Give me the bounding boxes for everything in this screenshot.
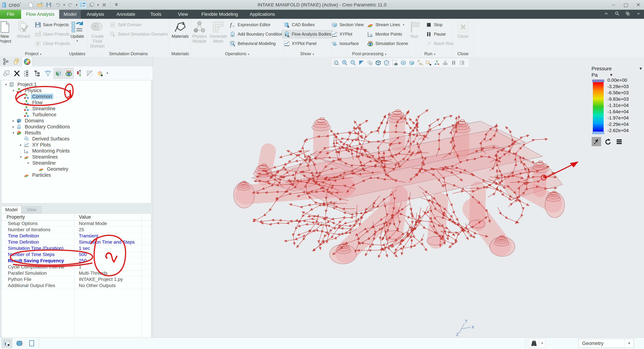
tree-expand-icon[interactable]: ▾ <box>18 155 24 159</box>
open-projects-button[interactable]: Open Projects <box>33 30 71 38</box>
select-simulation-domains-button[interactable]: Select Simulation Domains <box>108 30 169 38</box>
shading-button[interactable] <box>366 59 373 67</box>
pause-display-button[interactable] <box>450 59 457 67</box>
tree-item-geometry[interactable]: Geometry <box>2 166 151 172</box>
search-tool[interactable]: ▼ <box>529 338 546 348</box>
tree-columns-button[interactable] <box>33 68 42 79</box>
close-projects-button[interactable]: Close Projects <box>33 40 71 48</box>
tree-item-flow[interactable]: Flow <box>2 100 151 106</box>
chevron-down-icon[interactable]: ▼ <box>76 40 78 42</box>
tree-item-label[interactable]: Turbulence <box>31 112 58 117</box>
tree-item-project-1[interactable]: ▾Project 1 <box>2 81 151 87</box>
folders-tab[interactable] <box>12 57 22 67</box>
legend-unit-row[interactable]: Pa ▼ <box>592 72 644 78</box>
save-projects-button[interactable]: Save Projects <box>33 21 71 29</box>
property-value[interactable]: 1 <box>74 264 82 270</box>
tree-item-label[interactable]: Streamline <box>31 160 57 166</box>
tab-applications[interactable]: Applications <box>244 10 281 19</box>
perspective-button[interactable] <box>400 59 407 67</box>
show-item-button[interactable] <box>2 68 11 79</box>
customize-toolbar-icon[interactable] <box>113 1 120 9</box>
flow-analysis-bodies-button[interactable]: Flow Analysis Bodies <box>282 30 332 38</box>
property-row-number-of-iterations[interactable]: Number of Iterations25 <box>2 227 151 233</box>
tree-item-domains[interactable]: ▸Domains <box>2 118 151 124</box>
tree-item-results[interactable]: ▾Results <box>2 130 151 136</box>
new-window-button[interactable] <box>26 339 37 348</box>
xyplot-panel-button[interactable]: XYPlot Panel <box>282 40 332 48</box>
materials-button[interactable]: Materials <box>171 20 190 39</box>
property-value[interactable]: Simulation Time and Steps <box>74 239 135 245</box>
tree-item-label[interactable]: Particles <box>31 172 52 178</box>
tab-file[interactable]: File <box>0 10 21 19</box>
chevron-down-icon[interactable]: ▼ <box>40 53 42 56</box>
spin-center-button[interactable] <box>442 59 448 67</box>
color-scale-bar[interactable] <box>593 80 604 134</box>
chevron-down-icon[interactable]: ▼ <box>639 67 642 71</box>
repaint-button[interactable] <box>358 59 365 67</box>
property-row-result-saving-frequency[interactable]: Result Saving Frequency250 <box>2 258 151 264</box>
new-project-button[interactable]: New Project <box>0 20 14 44</box>
maximize-icon[interactable]: ▢ <box>622 2 629 8</box>
property-value[interactable]: 500 <box>74 252 87 257</box>
simulation-scene-button[interactable]: Simulation Scene <box>366 40 410 48</box>
chevron-down-icon[interactable]: ▼ <box>539 339 545 348</box>
behavioral-modeling-button[interactable]: Behavioral Modeling <box>228 40 284 48</box>
open-file-icon[interactable] <box>36 1 44 9</box>
run-button[interactable]: Run <box>405 20 424 39</box>
tab-flexible-modeling[interactable]: Flexible Modeling <box>196 10 244 19</box>
tree-expand-icon[interactable]: ▾ <box>10 89 16 93</box>
clipping-button[interactable] <box>85 68 94 79</box>
legend-title-row[interactable]: Pressure ▼ <box>592 66 644 72</box>
tree-expand-icon[interactable]: ▾ <box>25 161 31 165</box>
tree-item-label[interactable]: Streamline <box>31 106 57 111</box>
streamline-eye-button[interactable] <box>64 68 74 79</box>
property-row-cycle-computation-interval[interactable]: Cycle Computation Interval1 <box>2 264 151 270</box>
property-value[interactable]: 1 sec <box>74 246 90 251</box>
scale-bottom-handle[interactable] <box>592 132 604 134</box>
chevron-down-icon[interactable]: ▼ <box>402 24 405 26</box>
stream-lines-button[interactable]: Stream Lines▼ <box>366 21 410 29</box>
selection-filter[interactable]: Geometry ▼ <box>578 339 634 348</box>
tab-model[interactable]: Model <box>59 10 81 19</box>
property-row-python-file[interactable]: Python FileINTAKE_Project 1.py <box>2 276 151 282</box>
chevron-down-icon[interactable]: ▼ <box>610 73 613 77</box>
pin-button[interactable] <box>592 137 601 146</box>
search-icon[interactable] <box>614 11 620 16</box>
property-row-time-definition[interactable]: Time DefinitionSimulation Time and Steps <box>2 239 151 245</box>
save-icon[interactable] <box>45 1 52 9</box>
pause-button[interactable]: Pause <box>424 30 455 38</box>
property-row-simulation-time-duration-[interactable]: Simulation Time (Duration)1 sec <box>2 245 151 251</box>
tree-expand-icon[interactable]: ▾ <box>3 83 9 86</box>
generate-mesh-button[interactable]: Generate Mesh <box>209 20 227 44</box>
close-window-icon[interactable] <box>100 1 108 9</box>
more-options-icon[interactable] <box>636 11 641 16</box>
regenerate-icon[interactable] <box>79 1 86 9</box>
property-value[interactable]: 25 <box>74 227 84 232</box>
property-row-parallel-simulation[interactable]: Parallel SimulationMulti-Threads <box>2 270 151 276</box>
physics-module-button[interactable]: Physics Module <box>190 20 208 44</box>
section-view-button[interactable]: Section View <box>330 21 365 29</box>
tree-item-label[interactable]: Streamlines <box>31 154 59 160</box>
tree-item-streamline[interactable]: ▾Streamline <box>2 160 151 166</box>
chevron-down-icon[interactable]: ▾ <box>76 3 77 7</box>
tree-item-particles[interactable]: Particles <box>2 172 151 178</box>
xyplot-button[interactable]: XYPlot <box>330 30 365 38</box>
zoom-in-button[interactable] <box>341 59 348 67</box>
tab-flow-analysis[interactable]: Flow Analysis <box>21 10 59 19</box>
tree-item-derived-surfaces[interactable]: Derived Surfaces <box>2 136 151 142</box>
flow-analysis-tab[interactable] <box>22 57 32 67</box>
batch-run-button[interactable]: Batch Run <box>424 40 455 48</box>
scale-top-handle[interactable] <box>592 80 604 82</box>
property-row-number-of-time-steps[interactable]: Number of Time Steps500 <box>2 251 151 258</box>
zoom-region-button[interactable] <box>333 59 340 67</box>
flow-simulation-model[interactable] <box>153 57 644 337</box>
color-scheme-button[interactable] <box>434 59 440 67</box>
tree-item-label[interactable]: Results <box>24 130 42 136</box>
view-images-button[interactable] <box>392 59 398 67</box>
expression-editor-button[interactable]: f=Expression Editor <box>228 21 284 29</box>
mechanism-button[interactable] <box>43 68 53 79</box>
tree-item-turbulence[interactable]: Turbulence <box>2 112 151 118</box>
close-button[interactable]: Close <box>454 20 472 39</box>
status-panel-button[interactable] <box>2 339 12 348</box>
collapse-ribbon-icon[interactable] <box>604 11 609 16</box>
